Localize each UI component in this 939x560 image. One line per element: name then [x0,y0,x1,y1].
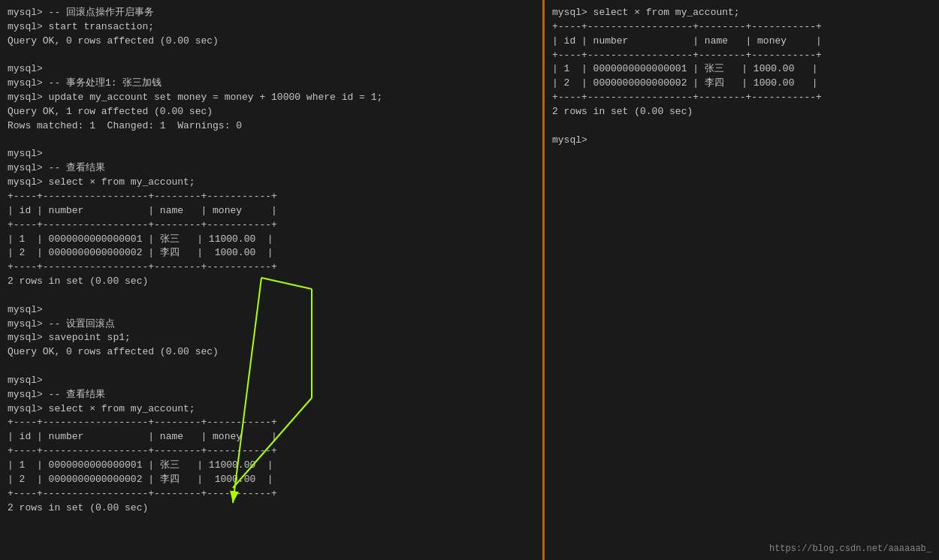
left-terminal-text: mysql> -- 回滚点操作开启事务 mysql> start transac… [8,6,535,515]
right-terminal: mysql> select × from my_account; +----+-… [545,0,939,560]
url-label: https://blog.csdn.net/aaaaaab_ [769,543,931,554]
left-terminal: mysql> -- 回滚点操作开启事务 mysql> start transac… [0,0,545,560]
right-terminal-text: mysql> select × from my_account; +----+-… [552,6,931,147]
